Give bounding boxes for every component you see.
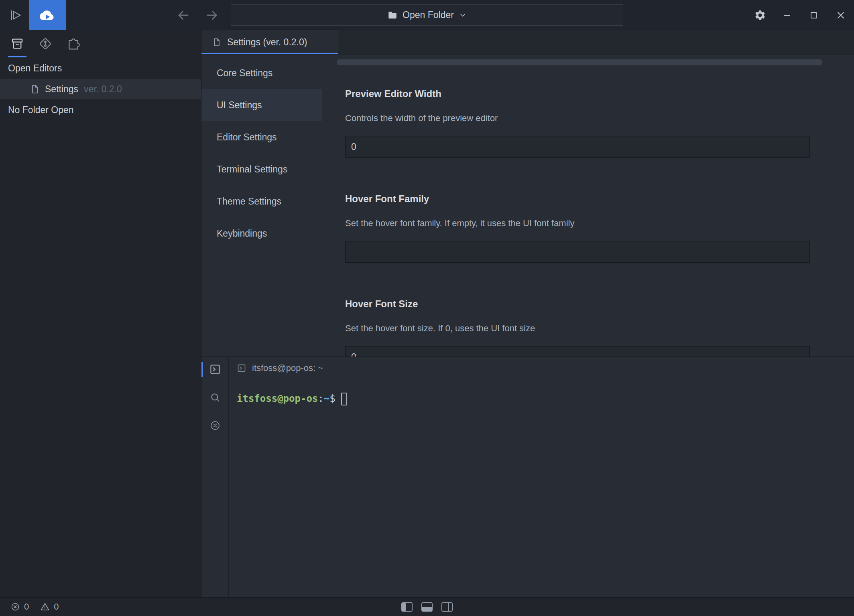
search-icon [209, 392, 221, 403]
settings-nav-terminal[interactable]: Terminal Settings [201, 153, 322, 185]
open-editors-header[interactable]: Open Editors [0, 57, 201, 79]
toggle-right-panel-icon[interactable] [441, 602, 453, 612]
terminal-tab[interactable]: itsfoss@pop-os: ~ [237, 363, 323, 373]
files-icon [10, 37, 24, 51]
prompt-symbol: $ [329, 393, 335, 404]
tab-settings-label: Settings (ver. 0.2.0) [227, 37, 307, 48]
terminal-cursor [341, 393, 347, 405]
panel-tab-problems[interactable] [201, 417, 228, 434]
prompt-path: ~ [324, 393, 329, 404]
editor-item-version: ver. 0.2.0 [84, 84, 122, 95]
editor-item-name: Settings [45, 84, 78, 95]
open-folder-label: Open Folder [403, 10, 454, 20]
left-sidebar: Open Editors Settings ver. 0.2.0 No Fold… [0, 30, 201, 597]
file-icon [30, 84, 40, 94]
no-folder-label: No Folder Open [8, 105, 74, 116]
sidebar-tab-source-control[interactable] [31, 30, 59, 57]
setting-description: Set the hover font family. If empty, it … [345, 218, 810, 229]
terminal-panel: itsfoss@pop-os: ~ itsfoss@pop-os:~$ [201, 357, 854, 597]
preview-editor-width-input[interactable] [345, 136, 810, 158]
forward-button[interactable] [202, 0, 222, 30]
puzzle-icon [67, 37, 80, 50]
maximize-icon [809, 10, 819, 20]
terminal-output[interactable]: itsfoss@pop-os:~$ [229, 379, 854, 597]
gear-icon [754, 9, 766, 21]
chevron-down-icon [459, 11, 467, 19]
sidebar-tabbar [0, 30, 201, 57]
hover-font-family-input[interactable] [345, 241, 810, 263]
setting-title: Preview Editor Width [345, 88, 810, 100]
setting-preview-editor-width: Preview Editor Width Controls the width … [345, 88, 810, 158]
problems-summary[interactable]: 0 0 [0, 602, 59, 612]
error-count: 0 [24, 602, 29, 612]
terminal-main: itsfoss@pop-os: ~ itsfoss@pop-os:~$ [229, 357, 854, 597]
setting-title: Hover Font Size [345, 298, 810, 310]
arrow-right-icon [204, 8, 220, 23]
settings-nav-ui[interactable]: UI Settings [201, 89, 322, 121]
minimize-icon [782, 10, 792, 20]
terminal-tab-label: itsfoss@pop-os: ~ [252, 363, 323, 373]
close-icon [835, 10, 846, 21]
settings-page: Core Settings UI Settings Editor Setting… [201, 55, 854, 357]
close-circle-icon [209, 420, 221, 431]
settings-content: Preview Editor Width Controls the width … [322, 55, 854, 357]
minimize-button[interactable] [773, 0, 800, 30]
close-button[interactable] [827, 0, 854, 30]
file-icon [212, 37, 222, 47]
warnings-icon [40, 602, 50, 612]
panel-tab-search[interactable] [201, 389, 228, 406]
prompt-colon: : [318, 393, 323, 404]
titlebar: Open Folder [0, 0, 854, 30]
settings-nav-editor[interactable]: Editor Settings [201, 121, 322, 153]
cloud-play-icon [39, 6, 56, 24]
panel-toggles [401, 598, 453, 616]
settings-nav-core[interactable]: Core Settings [201, 57, 322, 89]
sidebar-tab-file-explorer[interactable] [3, 30, 31, 57]
statusbar: 0 0 [0, 597, 854, 616]
folder-icon [387, 10, 398, 20]
setting-description: Set the hover font size. If 0, uses the … [345, 323, 810, 334]
panel-icon-strip [201, 357, 229, 597]
settings-nav-theme[interactable]: Theme Settings [201, 185, 322, 217]
editor-tabbar: Settings (ver. 0.2.0) [201, 30, 854, 55]
toggle-left-panel-icon[interactable] [401, 602, 413, 612]
settings-gear-button[interactable] [746, 0, 773, 30]
tab-separator [338, 30, 338, 54]
setting-hover-font-size: Hover Font Size Set the hover font size.… [345, 298, 810, 357]
editor-area: Settings (ver. 0.2.0) Core Settings UI S… [201, 30, 854, 357]
content-scrollbar[interactable] [337, 59, 822, 65]
arrow-left-icon [176, 8, 191, 23]
terminal-icon [209, 363, 221, 375]
setting-description: Controls the width of the preview editor [345, 113, 810, 124]
settings-nav: Core Settings UI Settings Editor Setting… [201, 55, 322, 357]
errors-icon [10, 602, 20, 612]
terminal-tabbar: itsfoss@pop-os: ~ [229, 357, 854, 379]
back-button[interactable] [174, 0, 193, 30]
git-icon [39, 37, 52, 51]
settings-nav-keybindings[interactable]: Keybindings [201, 217, 322, 249]
open-editor-item-settings[interactable]: Settings ver. 0.2.0 [0, 79, 201, 99]
hover-font-size-input[interactable] [345, 346, 810, 357]
open-editors-label: Open Editors [8, 63, 62, 74]
setting-title: Hover Font Family [345, 193, 810, 205]
sidebar-tab-extensions[interactable] [59, 30, 87, 57]
app-window: Open Folder [0, 0, 854, 616]
warning-count: 0 [54, 602, 59, 612]
setting-hover-font-family: Hover Font Family Set the hover font fam… [345, 193, 810, 263]
workspace-button[interactable] [29, 0, 66, 30]
tab-settings[interactable]: Settings (ver. 0.2.0) [201, 30, 338, 54]
open-folder-dropdown[interactable]: Open Folder [231, 4, 623, 26]
terminal-prompt-line: itsfoss@pop-os:~$ [237, 391, 854, 407]
toggle-bottom-panel-icon[interactable] [421, 602, 433, 612]
terminal-icon [237, 363, 246, 373]
panel-tab-terminal[interactable] [201, 361, 228, 378]
no-folder-header[interactable]: No Folder Open [0, 99, 201, 121]
prompt-user-host: itsfoss@pop-os [237, 393, 318, 404]
maximize-button[interactable] [800, 0, 827, 30]
app-logo-icon [7, 0, 24, 30]
